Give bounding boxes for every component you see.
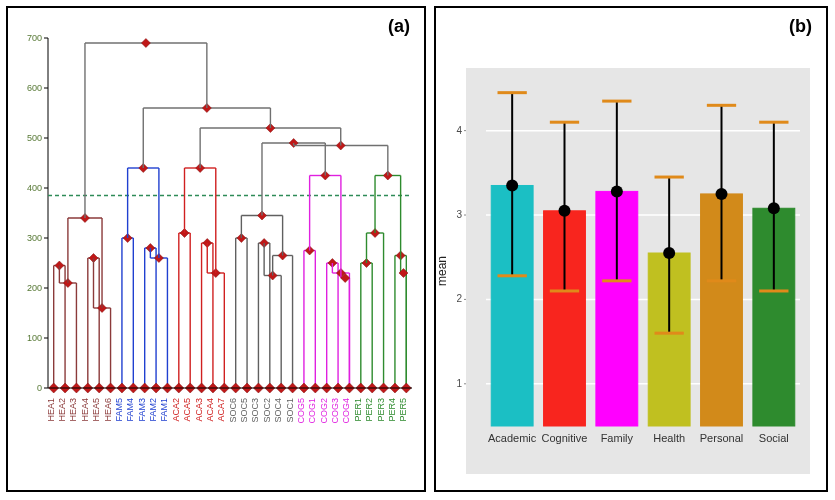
leaf-label: SOC2 bbox=[262, 398, 272, 423]
leaf-label: FAM2 bbox=[148, 398, 158, 422]
leaf-label: COG1 bbox=[307, 398, 317, 424]
panel-b-label: (b) bbox=[789, 16, 812, 37]
leaf-label: ACA4 bbox=[205, 398, 215, 422]
svg-rect-0 bbox=[48, 38, 412, 388]
leaf-label: ACA2 bbox=[171, 398, 181, 422]
leaf-label: PER2 bbox=[364, 398, 374, 422]
y-tick-label: 200 bbox=[27, 283, 42, 293]
leaf-label: PER3 bbox=[376, 398, 386, 422]
y-tick-label: 3 bbox=[456, 209, 462, 220]
y-tick-label: 600 bbox=[27, 83, 42, 93]
leaf-label: FAM1 bbox=[159, 398, 169, 422]
leaf-label: FAM3 bbox=[137, 398, 147, 422]
leaf-label: SOC1 bbox=[285, 398, 295, 423]
leaf-label: SOC6 bbox=[228, 398, 238, 423]
leaf-label: ACA5 bbox=[182, 398, 192, 422]
y-tick-label: 0 bbox=[37, 383, 42, 393]
mean-point bbox=[506, 179, 518, 191]
leaf-label: PER4 bbox=[387, 398, 397, 422]
y-tick-label: 1 bbox=[456, 378, 462, 389]
leaf-label: PER5 bbox=[398, 398, 408, 422]
category-label: Social bbox=[759, 432, 789, 444]
panel-b: (b) 1234meanAcademicCognitiveFamilyHealt… bbox=[434, 6, 828, 492]
category-label: Academic bbox=[488, 432, 537, 444]
leaf-label: HEA1 bbox=[46, 398, 56, 422]
leaf-label: COG2 bbox=[319, 398, 329, 424]
leaf-label: FAM4 bbox=[125, 398, 135, 422]
category-label: Cognitive bbox=[542, 432, 588, 444]
y-tick-label: 400 bbox=[27, 183, 42, 193]
leaf-label: COG3 bbox=[330, 398, 340, 424]
leaf-label: PER1 bbox=[353, 398, 363, 422]
mean-point bbox=[611, 185, 623, 197]
category-label: Health bbox=[653, 432, 685, 444]
y-axis-label: mean bbox=[436, 256, 449, 286]
y-tick-label: 2 bbox=[456, 293, 462, 304]
dendrogram-svg: 0100200300400500600700HEA1HEA2HEA3HEA4HE… bbox=[8, 8, 422, 488]
y-tick-label: 300 bbox=[27, 233, 42, 243]
mean-point bbox=[559, 205, 571, 217]
leaf-label: HEA5 bbox=[91, 398, 101, 422]
leaf-label: HEA4 bbox=[80, 398, 90, 422]
panel-a-label: (a) bbox=[388, 16, 410, 37]
leaf-label: SOC4 bbox=[273, 398, 283, 423]
y-tick-label: 4 bbox=[456, 125, 462, 136]
leaf-label: SOC3 bbox=[250, 398, 260, 423]
mean-point bbox=[716, 188, 728, 200]
category-label: Family bbox=[601, 432, 634, 444]
mean-point bbox=[663, 247, 675, 259]
leaf-label: COG4 bbox=[341, 398, 351, 424]
leaf-label: COG5 bbox=[296, 398, 306, 424]
leaf-label: HEA2 bbox=[57, 398, 67, 422]
leaf-label: ACA7 bbox=[216, 398, 226, 422]
mean-point bbox=[768, 202, 780, 214]
barchart-svg: 1234meanAcademicCognitiveFamilyHealthPer… bbox=[436, 8, 824, 488]
panel-a: (a) 0100200300400500600700HEA1HEA2HEA3HE… bbox=[6, 6, 426, 492]
leaf-label: ACA3 bbox=[194, 398, 204, 422]
y-tick-label: 500 bbox=[27, 133, 42, 143]
leaf-label: HEA6 bbox=[103, 398, 113, 422]
figure-wrap: (a) 0100200300400500600700HEA1HEA2HEA3HE… bbox=[0, 0, 835, 500]
leaf-label: SOC5 bbox=[239, 398, 249, 423]
y-tick-label: 700 bbox=[27, 33, 42, 43]
leaf-label: HEA3 bbox=[68, 398, 78, 422]
leaf-label: FAM5 bbox=[114, 398, 124, 422]
y-tick-label: 100 bbox=[27, 333, 42, 343]
category-label: Personal bbox=[700, 432, 743, 444]
